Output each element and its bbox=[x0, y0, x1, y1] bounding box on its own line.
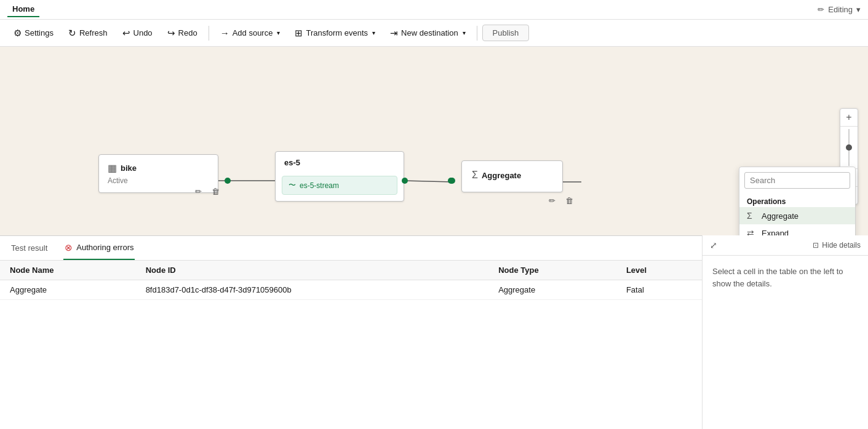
add-source-icon: → bbox=[220, 28, 229, 38]
cell-level: Fatal bbox=[616, 280, 702, 300]
right-panel-header: ⤢ ⊡ Hide details bbox=[703, 235, 868, 256]
aggregate-menu-icon: Σ bbox=[747, 211, 757, 221]
col-node-id: Node ID bbox=[136, 261, 488, 280]
table-header: Node Name Node ID Node Type Level bbox=[0, 261, 702, 280]
aggregate-node-header: Σ Aggregate bbox=[472, 170, 552, 181]
bottom-panel: Test result ⊗ Authoring errors Node Name… bbox=[0, 235, 702, 429]
add-source-button[interactable]: → Add source ▾ bbox=[214, 25, 287, 41]
dot-es5-out bbox=[402, 178, 408, 184]
new-destination-chevron: ▾ bbox=[463, 30, 466, 36]
aggregate-delete-button[interactable]: 🗑 bbox=[562, 193, 576, 208]
refresh-label: Refresh bbox=[79, 28, 108, 37]
undo-icon: ↩ bbox=[122, 28, 130, 39]
hide-details-icon: ⊡ bbox=[813, 241, 819, 250]
expand-menu-icon: ⇄ bbox=[747, 228, 757, 235]
transform-events-label: Transform events bbox=[306, 28, 368, 37]
right-panel: ⤢ ⊡ Hide details Select a cell in the ta… bbox=[702, 235, 868, 429]
transform-events-chevron: ▾ bbox=[372, 30, 375, 36]
zoom-divider-top bbox=[840, 126, 858, 127]
tab-authoring-errors[interactable]: ⊗ Authoring errors bbox=[63, 236, 135, 260]
add-source-label: Add source bbox=[233, 28, 273, 37]
tabs-row: Test result ⊗ Authoring errors bbox=[0, 236, 702, 261]
publish-label: Publish bbox=[493, 28, 519, 37]
test-result-label: Test result bbox=[11, 243, 47, 253]
settings-label: Settings bbox=[25, 28, 54, 37]
aggregate-menu-label: Aggregate bbox=[762, 211, 798, 221]
bike-node-icon: ▦ bbox=[108, 162, 117, 174]
cell-node-name: Aggregate bbox=[0, 280, 136, 300]
dot-bike-out bbox=[225, 178, 231, 184]
es5-node-header: es-5 bbox=[284, 158, 395, 167]
errors-table: Node Name Node ID Node Type Level Aggreg… bbox=[0, 261, 702, 300]
refresh-button[interactable]: ↻ Refresh bbox=[62, 25, 114, 42]
bike-node-title: bike bbox=[121, 163, 137, 173]
expand-menu-label: Expand bbox=[762, 229, 789, 236]
dot-agg-out bbox=[448, 178, 454, 184]
redo-label: Redo bbox=[178, 28, 197, 37]
es5-stream-item: 〜 es-5-stream bbox=[282, 176, 397, 195]
tab-test-result[interactable]: Test result bbox=[10, 236, 49, 260]
aggregate-node[interactable]: Σ Aggregate bbox=[461, 160, 563, 192]
hide-details-label: Hide details bbox=[822, 241, 861, 250]
redo-icon: ↪ bbox=[167, 28, 175, 39]
errors-table-container: Node Name Node ID Node Type Level Aggreg… bbox=[0, 261, 702, 429]
transform-events-button[interactable]: ⊞ Transform events ▾ bbox=[289, 25, 381, 42]
right-panel-message: Select a cell in the table on the left t… bbox=[712, 267, 843, 288]
search-input[interactable] bbox=[744, 172, 850, 189]
zoom-slider-thumb bbox=[846, 144, 852, 151]
svg-line-1 bbox=[404, 181, 452, 182]
bike-edit-button[interactable]: ✏ bbox=[191, 184, 205, 199]
es5-node-title: es-5 bbox=[284, 158, 300, 167]
editing-label: Editing bbox=[828, 5, 853, 14]
bike-delete-button[interactable]: 🗑 bbox=[208, 184, 223, 199]
aggregate-node-actions: ✏ 🗑 bbox=[544, 193, 576, 208]
table-row[interactable]: Aggregate 8fd183d7-0d1c-df38-d47f-3d9710… bbox=[0, 280, 702, 300]
es5-node[interactable]: es-5 〜 es-5-stream bbox=[275, 151, 404, 202]
es5-stream-icon: 〜 bbox=[289, 180, 296, 191]
cell-node-id: 8fd183d7-0d1c-df38-d47f-3d971059600b bbox=[136, 280, 488, 300]
toolbar: ⚙ Settings ↻ Refresh ↩ Undo ↪ Redo → Add… bbox=[0, 20, 868, 47]
aggregate-node-icon: Σ bbox=[472, 170, 478, 181]
right-panel-content: Select a cell in the table on the left t… bbox=[703, 256, 868, 299]
col-node-type: Node Type bbox=[488, 261, 616, 280]
separator-1 bbox=[209, 26, 209, 41]
expand-menu-item[interactable]: ⇄ Expand bbox=[739, 224, 855, 235]
undo-button[interactable]: ↩ Undo bbox=[116, 25, 159, 42]
transform-icon: ⊞ bbox=[295, 28, 303, 39]
table-body: Aggregate 8fd183d7-0d1c-df38-d47f-3d9710… bbox=[0, 280, 702, 300]
zoom-slider-track bbox=[848, 129, 850, 166]
new-destination-button[interactable]: ⇥ New destination ▾ bbox=[384, 25, 472, 42]
connection-lines bbox=[0, 47, 868, 235]
aggregate-node-title: Aggregate bbox=[482, 171, 521, 180]
undo-label: Undo bbox=[133, 28, 153, 37]
settings-button[interactable]: ⚙ Settings bbox=[7, 25, 60, 42]
es5-stream-label: es-5-stream bbox=[300, 181, 339, 190]
es5-node-top: es-5 bbox=[276, 152, 404, 176]
operations-dropdown: Operations Σ Aggregate ⇄ Expand ≡ Filter… bbox=[739, 167, 856, 235]
authoring-errors-label: Authoring errors bbox=[76, 243, 133, 252]
refresh-icon: ↻ bbox=[68, 28, 76, 39]
aggregate-menu-item[interactable]: Σ Aggregate bbox=[739, 207, 855, 224]
zoom-in-button[interactable]: + bbox=[840, 109, 858, 126]
operations-section-label: Operations bbox=[739, 194, 855, 207]
redo-button[interactable]: ↪ Redo bbox=[161, 25, 204, 42]
publish-button[interactable]: Publish bbox=[482, 25, 530, 41]
bike-node-header: ▦ bike bbox=[108, 162, 209, 174]
pencil-icon: ✏ bbox=[818, 5, 824, 14]
settings-icon: ⚙ bbox=[14, 28, 22, 39]
add-source-chevron: ▾ bbox=[277, 30, 280, 36]
title-bar: Home ✏ Editing ▾ bbox=[0, 0, 868, 20]
bike-node-actions: ✏ 🗑 bbox=[191, 184, 223, 199]
home-tab[interactable]: Home bbox=[7, 2, 39, 17]
hide-details-button[interactable]: ⊡ Hide details bbox=[813, 241, 861, 250]
separator-2 bbox=[477, 26, 477, 41]
aggregate-edit-button[interactable]: ✏ bbox=[544, 193, 559, 208]
expand-icon: ⤢ bbox=[710, 240, 717, 250]
col-level: Level bbox=[616, 261, 702, 280]
cell-node-type: Aggregate bbox=[488, 280, 616, 300]
new-destination-label: New destination bbox=[401, 28, 458, 37]
bottom-section: Test result ⊗ Authoring errors Node Name… bbox=[0, 235, 868, 429]
error-icon: ⊗ bbox=[65, 242, 73, 253]
col-node-name: Node Name bbox=[0, 261, 136, 280]
destination-icon: ⇥ bbox=[390, 28, 398, 39]
